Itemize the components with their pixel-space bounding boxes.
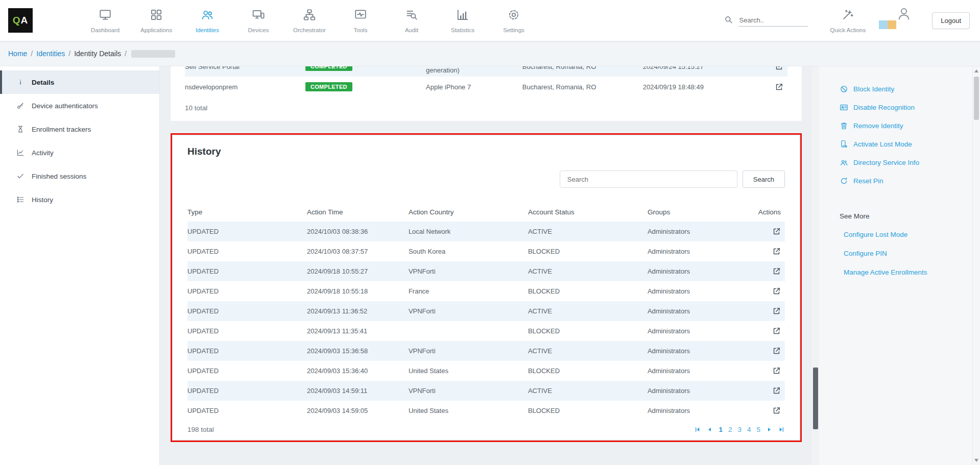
launch-icon: [772, 347, 781, 355]
row-details-button[interactable]: [772, 247, 781, 256]
action-remove-identity[interactable]: Remove Identity: [840, 116, 972, 135]
page-scrollbar[interactable]: [972, 66, 980, 465]
nav-item-statistics[interactable]: Statistics: [437, 8, 488, 33]
app-logo[interactable]: QA: [8, 8, 33, 33]
phone-lost-icon: [840, 140, 848, 149]
nav-item-settings[interactable]: Settings: [488, 8, 539, 33]
history-search-row: Search: [187, 170, 785, 188]
see-more-links: Configure Lost Mode Configure PIN Manage…: [840, 225, 972, 282]
pagination-page-2[interactable]: 2: [728, 426, 732, 433]
row-details-button[interactable]: [772, 227, 781, 236]
cell-action-time: 2024/10/03 08:37:57: [307, 248, 409, 255]
nav-item-applications[interactable]: Applications: [131, 8, 182, 33]
launch-icon: [772, 307, 781, 315]
session-name: nsdeveloponprem: [185, 83, 305, 91]
user-avatar[interactable]: [892, 5, 915, 36]
action-directory-service-info[interactable]: Directory Service Info: [840, 153, 972, 172]
sidebar-item-device-authenticators[interactable]: Device authenticators: [0, 94, 159, 117]
row-details-button[interactable]: [772, 327, 781, 335]
cell-type: UPDATED: [187, 248, 307, 255]
quick-actions-button[interactable]: Quick Actions: [830, 8, 866, 33]
column-header-groups: Groups: [648, 208, 749, 216]
sidebar-item-finished-sessions[interactable]: Finished sessions: [0, 164, 159, 188]
action-block-identity[interactable]: Block Identity: [840, 80, 972, 98]
action-disable-recognition[interactable]: Disable Recognition: [840, 98, 972, 116]
row-details-button[interactable]: [772, 307, 781, 315]
breadcrumb-identities[interactable]: Identities: [36, 50, 65, 58]
cell-type: UPDATED: [187, 307, 307, 315]
nav-item-tools[interactable]: Tools: [335, 8, 386, 33]
nav-item-orchestrator[interactable]: Orchestrator: [284, 8, 335, 33]
settings-icon: [507, 8, 520, 23]
scroll-up-icon[interactable]: [974, 69, 978, 72]
cell-account-status: ACTIVE: [528, 387, 648, 395]
sidebar-item-activity[interactable]: Activity: [0, 141, 159, 164]
body: Details Device authenticators Enrollment…: [0, 66, 980, 465]
action-reset-pin[interactable]: Reset Pin: [840, 172, 972, 190]
row-details-button[interactable]: [772, 347, 781, 355]
logout-button[interactable]: Logout: [932, 12, 970, 29]
dashboard-icon: [99, 8, 112, 23]
nav-item-audit[interactable]: Audit: [386, 8, 437, 33]
cell-action-country: United States: [409, 367, 528, 375]
pagination-page-3[interactable]: 3: [737, 426, 742, 433]
pagination-first-button[interactable]: [694, 426, 701, 433]
cell-action-country: VPNForti: [409, 307, 528, 315]
row-details-button[interactable]: [772, 287, 781, 296]
link-manage-active-enrollments[interactable]: Manage Active Enrollments: [844, 263, 972, 282]
scroll-down-icon[interactable]: [974, 459, 978, 462]
history-search-input[interactable]: [560, 170, 737, 188]
page-root: QA Dashboard Applications Identities Dev…: [0, 0, 980, 465]
sidebar-item-enrollment-trackers[interactable]: Enrollment trackers: [0, 117, 159, 141]
link-configure-pin[interactable]: Configure PIN: [844, 244, 972, 263]
row-details-button[interactable]: [772, 406, 781, 415]
pagination-page-1[interactable]: 1: [719, 426, 723, 433]
top-nav: QA Dashboard Applications Identities Dev…: [0, 0, 980, 41]
page-scrollbar-thumb[interactable]: [974, 77, 979, 120]
sessions-table: Self Service Portal COMPLETED Apple iPho…: [185, 66, 787, 97]
sidebar-item-details[interactable]: Details: [0, 70, 159, 94]
statistics-icon: [456, 8, 469, 23]
avatar-color-tags[interactable]: [879, 20, 896, 29]
global-search-input[interactable]: [738, 14, 808, 27]
row-details-button[interactable]: [772, 267, 781, 276]
pagination-prev-button[interactable]: [706, 426, 713, 433]
launch-icon: [772, 287, 781, 296]
cell-action-time: 2024/09/03 14:59:05: [307, 407, 409, 414]
history-search-button[interactable]: Search: [743, 170, 785, 188]
row-details-button[interactable]: [772, 366, 781, 375]
session-device: Apple iPhone SE (3rd generation): [426, 66, 522, 74]
next-page-icon: [766, 426, 773, 433]
prev-page-icon: [706, 426, 713, 433]
finished-sessions-card: Self Service Portal COMPLETED Apple iPho…: [171, 66, 802, 121]
pagination-page-5[interactable]: 5: [756, 426, 760, 433]
history-row: UPDATED 2024/09/18 10:55:27 VPNForti ACT…: [187, 261, 785, 281]
activity-chart-icon: [16, 149, 25, 157]
applications-icon: [150, 8, 163, 23]
breadcrumb-home[interactable]: Home: [8, 50, 27, 58]
pagination-next-button[interactable]: [766, 426, 773, 433]
breadcrumb: Home / Identities / Identity Details /: [0, 41, 980, 66]
cell-action-country: South Korea: [409, 248, 528, 255]
history-row: UPDATED 2024/09/03 15:36:58 VPNForti ACT…: [187, 341, 785, 361]
cell-groups: Administrators: [648, 287, 749, 295]
history-row: UPDATED 2024/10/03 08:37:57 South Korea …: [187, 241, 785, 261]
sidebar-item-history[interactable]: History: [0, 188, 159, 211]
history-row: UPDATED 2024/09/13 11:35:41 BLOCKED Admi…: [187, 321, 785, 341]
main-scrollbar-thumb[interactable]: [813, 368, 818, 429]
pagination-last-button[interactable]: [778, 426, 785, 433]
cell-account-status: ACTIVE: [528, 267, 648, 275]
row-details-button[interactable]: [775, 66, 783, 71]
row-details-button[interactable]: [772, 386, 781, 395]
history-title: History: [187, 146, 785, 157]
nav-item-dashboard[interactable]: Dashboard: [80, 8, 131, 33]
history-table-header: Type Action Time Action Country Account …: [187, 202, 785, 222]
action-activate-lost-mode[interactable]: Activate Lost Mode: [840, 135, 972, 153]
nav-item-devices[interactable]: Devices: [233, 8, 284, 33]
nav-item-identities[interactable]: Identities: [182, 8, 233, 33]
main-scrollbar[interactable]: [812, 66, 819, 465]
pagination-page-4[interactable]: 4: [747, 426, 751, 433]
link-configure-lost-mode[interactable]: Configure Lost Mode: [844, 225, 972, 244]
row-details-button[interactable]: [775, 83, 783, 91]
session-row: Self Service Portal COMPLETED Apple iPho…: [185, 66, 787, 77]
